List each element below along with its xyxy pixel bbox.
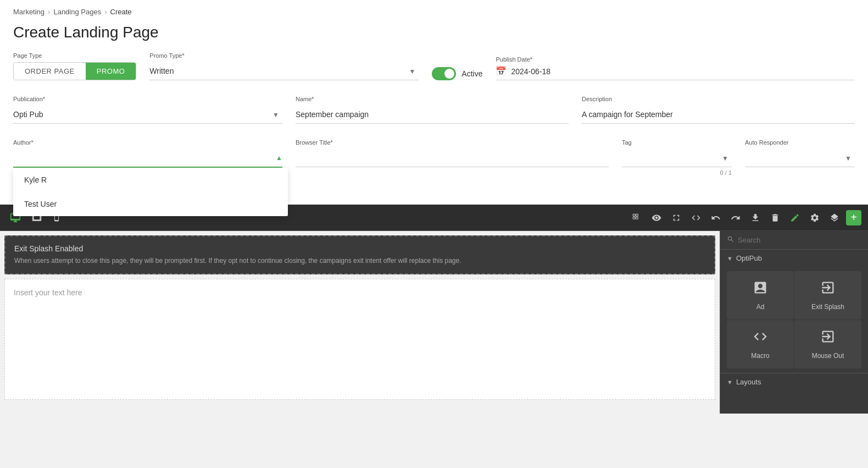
mouse-out-label: Mouse Out	[812, 352, 844, 360]
delete-btn[interactable]	[767, 210, 783, 226]
settings-btn[interactable]	[806, 210, 823, 226]
author-dropdown: Kyle R Test User	[13, 168, 288, 216]
name-label: Name*	[296, 96, 569, 102]
publication-label: Publication*	[13, 96, 282, 102]
autoresponder-group: Auto Responder ▼	[745, 139, 855, 167]
author-label: Author*	[13, 139, 282, 146]
toolbar-actions-group: +	[628, 210, 861, 226]
editor-canvas[interactable]: Exit Splash Enabled When users attempt t…	[0, 231, 720, 414]
optipub-section-header[interactable]: ▼ OptiPub	[720, 250, 868, 267]
autoresponder-select[interactable]	[745, 149, 855, 167]
breadcrumb-landing-pages[interactable]: Landing Pages	[53, 8, 101, 16]
panel-item-mouse-out[interactable]: Mouse Out	[794, 320, 861, 368]
selection-btn[interactable]	[628, 210, 645, 226]
svg-rect-3	[636, 217, 638, 219]
redo-btn[interactable]	[727, 210, 744, 226]
exit-splash-label: Exit Splash	[811, 303, 844, 311]
exit-splash-title: Exit Splash Enabled	[14, 244, 705, 253]
svg-rect-2	[633, 217, 635, 219]
tag-counter: 0 / 1	[622, 169, 732, 176]
exit-splash-icon	[820, 280, 836, 299]
tag-select[interactable]	[622, 149, 732, 167]
page-title: Create Landing Page	[13, 24, 855, 41]
browser-title-label: Browser Title*	[296, 139, 609, 146]
macro-label: Macro	[751, 352, 769, 360]
description-group: Description	[582, 96, 855, 124]
panel-items-grid: Ad Exit Splash Macro	[720, 267, 868, 373]
page-type-toggle[interactable]: ORDER PAGE PROMO	[13, 62, 136, 80]
svg-rect-0	[633, 214, 635, 216]
macro-icon	[753, 329, 768, 348]
tag-group: Tag ▼ 0 / 1	[622, 139, 732, 176]
panel-search-input[interactable]	[738, 236, 861, 244]
panel-item-macro[interactable]: Macro	[727, 320, 794, 368]
publication-group: Publication* Opti Pub ▼	[13, 96, 282, 124]
publish-date-label: Publish Date*	[496, 56, 855, 63]
tag-label: Tag	[622, 139, 732, 146]
description-input[interactable]	[582, 106, 855, 124]
optipub-label: OptiPub	[736, 254, 762, 262]
breadcrumb-sep-1: ›	[48, 8, 50, 16]
layouts-label: Layouts	[736, 378, 761, 386]
publish-date-group: Publish Date* 📅 2024-06-18	[496, 56, 855, 80]
publication-select[interactable]: Opti Pub	[13, 106, 282, 124]
code-btn[interactable]	[688, 210, 704, 226]
preview-btn[interactable]	[648, 210, 665, 226]
breadcrumb-sep-2: ›	[104, 8, 107, 16]
page-type-promo[interactable]: PROMO	[86, 63, 136, 80]
search-icon	[727, 235, 735, 245]
browser-title-group: Browser Title*	[296, 139, 609, 167]
download-btn[interactable]	[747, 210, 764, 226]
mouse-out-icon	[820, 329, 836, 348]
author-group: Author* ▲ Kyle R Test User	[13, 139, 282, 168]
exit-splash-description: When users attempt to close this page, t…	[14, 256, 705, 266]
active-toggle-group: Active	[432, 67, 482, 80]
ad-icon	[753, 280, 768, 299]
name-group: Name*	[296, 96, 569, 124]
panel-item-exit-splash[interactable]: Exit Splash	[794, 271, 861, 320]
promo-type-label: Promo Type*	[149, 52, 419, 59]
canvas-placeholder-text[interactable]: Insert your text here	[14, 288, 82, 297]
page-type-group: Page Type ORDER PAGE PROMO	[13, 52, 136, 80]
author-option-testuser[interactable]: Test User	[13, 192, 288, 216]
autoresponder-label: Auto Responder	[745, 139, 855, 146]
add-btn[interactable]: +	[846, 210, 861, 225]
editor-content: Exit Splash Enabled When users attempt t…	[0, 231, 868, 414]
name-input[interactable]	[296, 106, 569, 124]
description-label: Description	[582, 96, 855, 102]
promo-type-select[interactable]: Written	[149, 62, 419, 80]
layers-btn[interactable]	[826, 210, 843, 226]
promo-type-group: Promo Type* Written ▼	[149, 52, 419, 80]
optipub-chevron-icon: ▼	[727, 255, 733, 262]
page-type-label: Page Type	[13, 52, 136, 59]
author-input[interactable]	[13, 149, 276, 167]
active-toggle[interactable]	[432, 67, 456, 80]
panel-search	[720, 231, 868, 250]
layouts-chevron-icon: ▼	[727, 379, 733, 386]
browser-title-input[interactable]	[296, 149, 609, 167]
publish-date-input[interactable]: 2024-06-18	[511, 67, 855, 76]
active-label: Active	[461, 69, 482, 78]
undo-btn[interactable]	[708, 210, 724, 226]
author-option-kyle[interactable]: Kyle R	[13, 168, 288, 192]
breadcrumb-create: Create	[110, 8, 132, 16]
calendar-icon: 📅	[496, 66, 507, 76]
ad-label: Ad	[756, 303, 765, 311]
panel-item-ad[interactable]: Ad	[727, 271, 794, 320]
page-type-order[interactable]: ORDER PAGE	[14, 63, 86, 80]
svg-rect-1	[636, 214, 638, 216]
author-dropdown-arrow-icon[interactable]: ▲	[276, 154, 282, 162]
toggle-slider	[432, 67, 456, 80]
layouts-section-header[interactable]: ▼ Layouts	[720, 373, 868, 390]
breadcrumb-marketing[interactable]: Marketing	[13, 8, 44, 16]
fullscreen-btn[interactable]	[668, 210, 685, 226]
pencil-btn[interactable]	[787, 210, 803, 226]
right-panel: ▼ OptiPub Ad Exit Splash	[720, 231, 868, 414]
breadcrumb: Marketing › Landing Pages › Create	[13, 0, 855, 24]
exit-splash-banner: Exit Splash Enabled When users attempt t…	[4, 235, 715, 274]
